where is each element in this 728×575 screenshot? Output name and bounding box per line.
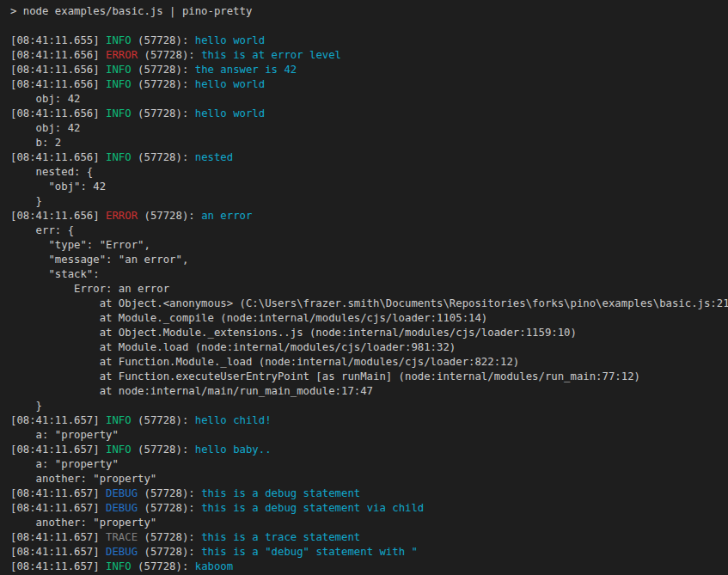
log-detail-line: } xyxy=(10,399,728,413)
log-detail-line: another: "property" xyxy=(10,472,728,486)
log-line-segment: INFO xyxy=(106,560,132,572)
log-detail-line-segment: } xyxy=(10,195,42,207)
log-line-segment: DEBUG xyxy=(106,487,138,499)
log-detail-line-segment: err: { xyxy=(10,224,74,236)
log-detail-line: "type": "Error", xyxy=(10,238,728,253)
log-line-segment: (57728): xyxy=(132,151,195,163)
log-line: [08:41:11.657] INFO (57728): kaboom xyxy=(10,560,728,574)
log-line: [08:41:11.656] INFO (57728): nested xyxy=(10,150,728,165)
log-detail-line: at Module._compile (node:internal/module… xyxy=(10,311,728,326)
log-line-segment: INFO xyxy=(106,151,132,163)
log-line-segment: [08:41:11.657] xyxy=(10,414,106,426)
log-line-segment: [08:41:11.657] xyxy=(10,546,106,558)
log-line-segment: (57728): xyxy=(138,487,201,499)
log-line-segment: the answer is 42 xyxy=(195,64,297,76)
log-detail-line-segment: obj: 42 xyxy=(10,122,80,134)
terminal-output: > node examples/basic.js | pino-pretty[0… xyxy=(0,0,728,575)
log-line-segment: [08:41:11.655] xyxy=(10,34,106,46)
log-line-segment: (57728): xyxy=(138,502,201,514)
log-line: [08:41:11.655] INFO (57728): hello world xyxy=(10,34,728,48)
log-line-segment: TRACE xyxy=(106,531,138,543)
log-line: [08:41:11.657] DEBUG (57728): this is a … xyxy=(10,545,728,560)
log-line-segment: (57728): xyxy=(138,49,201,61)
log-line-segment: hello child! xyxy=(195,414,272,426)
log-line-segment: (57728): xyxy=(132,78,195,90)
log-line-segment: hello baby.. xyxy=(195,443,272,456)
log-line-segment: (57728): xyxy=(138,531,201,543)
log-detail-line: nested: { xyxy=(10,165,728,180)
log-line-segment: INFO xyxy=(106,34,132,46)
log-detail-line-segment: at Function.executeUserEntryPoint [as ru… xyxy=(10,370,640,382)
log-detail-line-segment: "stack": xyxy=(10,268,100,280)
log-detail-line-segment: at node:internal/main/run_main_module:17… xyxy=(10,385,373,397)
log-detail-line: } xyxy=(10,194,728,209)
log-detail-line: at node:internal/main/run_main_module:17… xyxy=(10,384,728,399)
log-detail-line-segment: nested: { xyxy=(10,166,93,178)
log-detail-line: at Module.load (node:internal/modules/cj… xyxy=(10,340,728,355)
log-detail-line-segment: another: "property" xyxy=(10,517,156,529)
log-detail-line-segment: obj: 42 xyxy=(10,93,80,105)
log-detail-line: "stack": xyxy=(10,267,728,282)
log-line-segment: INFO xyxy=(106,78,132,90)
log-line-segment: (57728): xyxy=(132,414,195,426)
log-detail-line: at Function.Module._load (node:internal/… xyxy=(10,355,728,370)
log-detail-line: at Object.Module._extensions..js (node:i… xyxy=(10,326,728,340)
log-detail-line-segment: at Object.<anonymous> (C:\Users\frazer.s… xyxy=(10,297,728,309)
log-detail-line-segment: "message": "an error", xyxy=(10,254,188,266)
log-detail-line: at Function.executeUserEntryPoint [as ru… xyxy=(10,370,728,384)
log-line: [08:41:11.657] INFO (57728): hello child… xyxy=(10,413,728,428)
log-detail-line: b: 2 xyxy=(10,136,728,150)
log-line: [08:41:11.656] ERROR (57728): an error xyxy=(10,209,728,223)
log-line-segment: [08:41:11.656] xyxy=(10,151,106,163)
log-line-segment: INFO xyxy=(106,107,132,119)
log-line-segment: hello world xyxy=(195,107,265,119)
log-line-segment: (57728): xyxy=(132,107,195,119)
log-line-segment: hello world xyxy=(195,78,265,90)
log-line-segment: [08:41:11.657] xyxy=(10,443,106,456)
log-detail-line: "obj": 42 xyxy=(10,180,728,194)
log-detail-line: at Object.<anonymous> (C:\Users\frazer.s… xyxy=(10,297,728,311)
log-line-segment: this is a "debug" statement with " xyxy=(201,546,418,558)
log-detail-line: Error: an error xyxy=(10,282,728,297)
log-detail-line-segment: } xyxy=(10,400,42,412)
log-line-segment: [08:41:11.656] xyxy=(10,107,106,119)
log-line-segment: kaboom xyxy=(195,560,233,572)
log-line: [08:41:11.656] INFO (57728): the answer … xyxy=(10,63,728,77)
log-detail-line-segment: at Module.load (node:internal/modules/cj… xyxy=(10,341,456,353)
log-line-segment: INFO xyxy=(106,414,132,426)
log-line-segment: (57728): xyxy=(132,443,195,456)
log-line-segment: INFO xyxy=(106,443,132,456)
log-line: [08:41:11.657] TRACE (57728): this is a … xyxy=(10,530,728,545)
log-line-segment: DEBUG xyxy=(106,502,138,514)
log-detail-line-segment: at Function.Module._load (node:internal/… xyxy=(10,356,519,368)
log-line-segment: an error xyxy=(201,210,252,222)
log-line-segment: this is a trace statement xyxy=(201,531,360,543)
command-line: > node examples/basic.js | pino-pretty xyxy=(10,4,728,19)
log-detail-line-segment: a: "property" xyxy=(10,458,119,470)
log-detail-line-segment: a: "property" xyxy=(10,429,119,441)
log-line: [08:41:11.657] DEBUG (57728): this is a … xyxy=(10,501,728,516)
log-line: [08:41:11.657] INFO (57728): hello baby.… xyxy=(10,443,728,457)
log-detail-line: another: "property" xyxy=(10,516,728,530)
log-detail-line: err: { xyxy=(10,223,728,238)
log-line-segment: nested xyxy=(195,151,233,163)
log-line-segment: ERROR xyxy=(106,49,138,61)
log-line: [08:41:11.657] DEBUG (57728): this is a … xyxy=(10,486,728,501)
log-line-segment: [08:41:11.656] xyxy=(10,64,106,76)
log-line-segment: ERROR xyxy=(106,210,138,222)
log-line: [08:41:11.656] INFO (57728): hello world xyxy=(10,77,728,92)
log-line-segment: [08:41:11.656] xyxy=(10,78,106,90)
log-detail-line: "message": "an error", xyxy=(10,253,728,267)
log-line: [08:41:11.656] INFO (57728): hello world xyxy=(10,107,728,121)
log-line-segment: (57728): xyxy=(132,64,195,76)
log-line-segment: (57728): xyxy=(138,546,201,558)
log-line-segment: this is a debug statement xyxy=(201,487,360,499)
log-line-segment: this is at error level xyxy=(201,49,341,61)
log-line-segment: [08:41:11.657] xyxy=(10,502,106,514)
log-line-segment: (57728): xyxy=(132,560,195,572)
log-detail-line: obj: 42 xyxy=(10,121,728,136)
log-detail-line: a: "property" xyxy=(10,457,728,472)
log-detail-line-segment: b: 2 xyxy=(10,137,61,149)
log-detail-line-segment: "type": "Error", xyxy=(10,239,150,251)
log-line-segment: [08:41:11.657] xyxy=(10,560,106,572)
